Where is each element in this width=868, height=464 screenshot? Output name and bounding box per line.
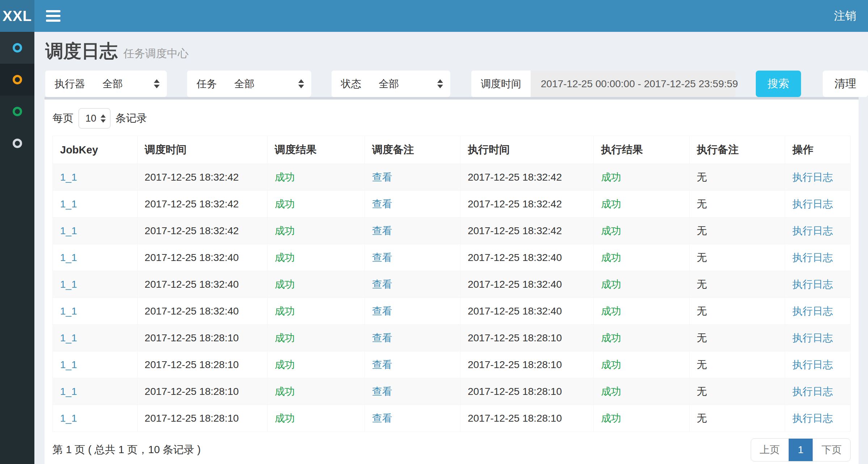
main-content: 调度日志 任务调度中心 执行器 全部 任务 全部 状态 全部 调度时	[34, 32, 868, 464]
sidebar-item-3[interactable]	[0, 96, 34, 127]
handle-msg-text: 无	[697, 386, 707, 397]
trigger-time-text-cell: 2017-12-25 18:32:40	[137, 244, 267, 271]
exec-log-link[interactable]: 执行日志	[792, 413, 833, 424]
job-filter-label: 任务	[187, 71, 226, 97]
trigger-result-text-cell: 成功	[267, 191, 365, 218]
exec-log-link[interactable]: 执行日志	[792, 225, 833, 236]
handle-msg-text: 无	[697, 413, 707, 424]
column-header: 执行结果	[594, 136, 689, 164]
trigger-msg-link[interactable]: 查看	[372, 225, 392, 236]
jobkey-link[interactable]: 1_1	[60, 172, 77, 183]
jobkey-link[interactable]: 1_1	[60, 198, 77, 210]
jobkey-link[interactable]: 1_1	[60, 305, 77, 317]
app-logo[interactable]: XXL	[0, 0, 34, 32]
jobkey-link[interactable]: 1_1	[60, 252, 77, 263]
table-row: 1_12017-12-25 18:32:40成功查看2017-12-25 18:…	[53, 271, 851, 298]
next-page-button[interactable]: 下页	[813, 439, 850, 461]
trigger-time-text: 2017-12-25 18:32:40	[145, 305, 239, 317]
current-page-button[interactable]: 1	[789, 439, 813, 461]
handle-result-text-cell: 成功	[594, 351, 689, 378]
trigger-msg-link[interactable]: 查看	[372, 252, 392, 263]
handle-time-text-cell: 2017-12-25 18:28:10	[460, 378, 594, 405]
prev-page-button[interactable]: 上页	[751, 439, 789, 461]
trigger-msg-link[interactable]: 查看	[372, 279, 392, 290]
select-arrows-icon	[437, 79, 443, 88]
job-select[interactable]: 全部	[226, 71, 311, 97]
exec-log-link[interactable]: 执行日志	[792, 305, 833, 317]
page-size-select[interactable]: 10	[79, 108, 110, 128]
sidebar-item-4[interactable]	[0, 127, 34, 159]
handle-result-text-cell: 成功	[594, 378, 689, 405]
executor-select-value: 全部	[102, 77, 123, 91]
jobkey-link-cell: 1_1	[53, 351, 138, 378]
status-select[interactable]: 全部	[371, 71, 450, 97]
trigger-result-text-cell: 成功	[267, 218, 365, 244]
handle-msg-text-cell: 无	[689, 244, 785, 271]
jobkey-link[interactable]: 1_1	[60, 279, 77, 290]
handle-result-text: 成功	[601, 279, 621, 290]
trigger-msg-link[interactable]: 查看	[372, 305, 392, 317]
jobkey-link[interactable]: 1_1	[60, 225, 77, 236]
trigger-msg-link[interactable]: 查看	[372, 172, 392, 183]
exec-log-link-cell: 执行日志	[785, 244, 851, 271]
trigger-msg-link[interactable]: 查看	[372, 413, 392, 424]
jobkey-link[interactable]: 1_1	[60, 332, 77, 343]
handle-msg-text: 无	[697, 359, 707, 370]
jobkey-link[interactable]: 1_1	[60, 413, 77, 424]
page-size-row: 每页 10 条记录	[52, 108, 851, 128]
exec-log-link[interactable]: 执行日志	[792, 279, 833, 290]
exec-log-link[interactable]: 执行日志	[792, 386, 833, 397]
exec-log-link[interactable]: 执行日志	[792, 359, 833, 370]
trigger-time-range-input[interactable]: 2017-12-25 00:00:00 - 2017-12-25 23:59:5…	[531, 71, 736, 97]
exec-log-link[interactable]: 执行日志	[792, 332, 833, 343]
logout-link[interactable]: 注销	[822, 0, 868, 32]
jobkey-link[interactable]: 1_1	[60, 386, 77, 397]
handle-msg-text-cell: 无	[689, 164, 785, 191]
trigger-result-text-cell: 成功	[267, 164, 365, 191]
jobkey-link-cell: 1_1	[53, 164, 138, 191]
handle-msg-text-cell: 无	[689, 378, 785, 405]
trigger-time-text: 2017-12-25 18:32:42	[145, 172, 239, 183]
table-row: 1_12017-12-25 18:32:40成功查看2017-12-25 18:…	[53, 298, 851, 325]
trigger-msg-link[interactable]: 查看	[372, 359, 392, 370]
trigger-time-text: 2017-12-25 18:32:42	[145, 198, 239, 210]
trigger-time-text-cell: 2017-12-25 18:28:10	[137, 378, 267, 405]
executor-select[interactable]: 全部	[94, 71, 167, 97]
trigger-msg-link[interactable]: 查看	[372, 386, 392, 397]
executor-filter-group: 执行器 全部	[45, 71, 167, 97]
trigger-result-text: 成功	[275, 413, 295, 424]
handle-result-text: 成功	[601, 359, 621, 370]
handle-msg-text-cell: 无	[689, 405, 785, 432]
jobkey-link[interactable]: 1_1	[60, 359, 77, 370]
handle-result-text-cell: 成功	[594, 325, 689, 351]
trigger-msg-link[interactable]: 查看	[372, 332, 392, 343]
exec-log-link-cell: 执行日志	[785, 325, 851, 351]
job-select-value: 全部	[234, 77, 254, 91]
exec-log-link[interactable]: 执行日志	[792, 198, 833, 210]
jobkey-link-cell: 1_1	[53, 325, 138, 351]
handle-msg-text: 无	[697, 225, 707, 236]
trigger-time-text-cell: 2017-12-25 18:32:42	[137, 191, 267, 218]
column-header: 调度结果	[267, 136, 365, 164]
trigger-msg-link[interactable]: 查看	[372, 198, 392, 210]
log-table: JobKey调度时间调度结果调度备注执行时间执行结果执行备注操作 1_12017…	[52, 136, 851, 432]
exec-log-link[interactable]: 执行日志	[792, 172, 833, 183]
table-row: 1_12017-12-25 18:28:10成功查看2017-12-25 18:…	[53, 351, 851, 378]
select-arrows-icon	[154, 79, 160, 88]
handle-time-text-cell: 2017-12-25 18:32:40	[460, 298, 594, 325]
clean-button[interactable]: 清理	[823, 71, 868, 97]
jobkey-link-cell: 1_1	[53, 218, 138, 244]
search-button[interactable]: 搜索	[756, 71, 801, 97]
handle-time-text-cell: 2017-12-25 18:32:42	[460, 191, 594, 218]
sidebar-item-2[interactable]	[0, 64, 34, 96]
handle-result-text-cell: 成功	[594, 218, 689, 244]
trigger-time-text: 2017-12-25 18:32:40	[145, 279, 239, 290]
exec-log-link[interactable]: 执行日志	[792, 252, 833, 263]
page-size-suffix-label: 条记录	[115, 111, 147, 126]
handle-time-text-cell: 2017-12-25 18:32:40	[460, 271, 594, 298]
handle-time-text: 2017-12-25 18:28:10	[468, 386, 562, 397]
sidebar-item-1[interactable]	[0, 32, 34, 64]
sidebar-toggle-button[interactable]	[39, 0, 68, 32]
trigger-result-text-cell: 成功	[267, 351, 365, 378]
handle-result-text-cell: 成功	[594, 191, 689, 218]
